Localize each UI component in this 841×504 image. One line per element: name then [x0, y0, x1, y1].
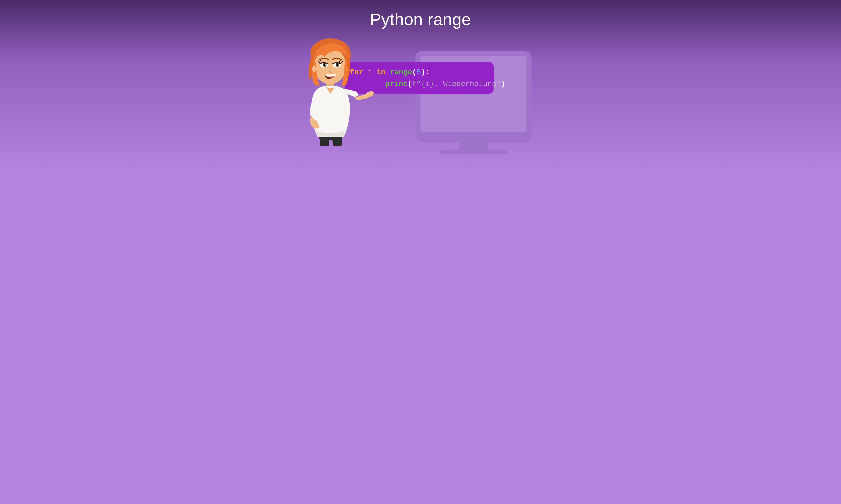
- svg-rect-10: [326, 74, 336, 76]
- paren-open-1: (: [412, 68, 416, 76]
- paren-close-2: ): [501, 80, 505, 88]
- paren-open-2: (: [408, 80, 412, 88]
- function-print: print: [385, 80, 408, 88]
- keyword-in: in: [376, 68, 385, 76]
- svg-point-9: [338, 64, 339, 65]
- monitor-stand: [459, 142, 488, 150]
- colon: :: [425, 68, 430, 76]
- paren-close-1: ): [421, 68, 425, 76]
- svg-point-8: [325, 64, 326, 65]
- code-snippet-box: for i in range(5): print(f“{i}. Wiederho…: [345, 62, 494, 94]
- slide-title: Python range: [293, 10, 548, 29]
- function-range: range: [390, 68, 412, 76]
- number-five: 5: [416, 68, 421, 76]
- slide-stage: Python range for i in range(5): print(f“…: [293, 0, 548, 144]
- svg-point-11: [312, 66, 316, 72]
- monitor-base: [440, 150, 507, 154]
- cartoon-woman-presenter: [299, 37, 360, 146]
- fstring-literal: f“{i}. Wiederholung": [412, 80, 501, 88]
- variable-i: i: [368, 68, 372, 76]
